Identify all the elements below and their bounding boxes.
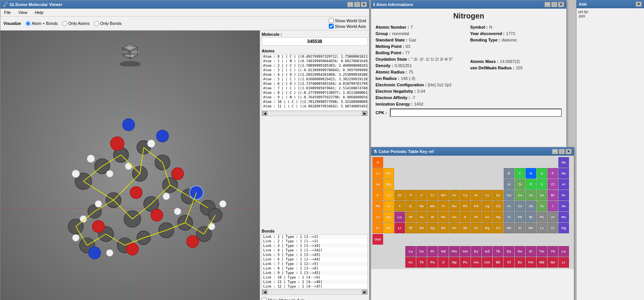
- element-Ne[interactable]: Ne: [558, 168, 569, 179]
- element-Os[interactable]: Os: [449, 212, 460, 222]
- element-Si[interactable]: Si: [515, 179, 525, 190]
- element-Ti[interactable]: Ti: [405, 190, 416, 201]
- element-Hg[interactable]: Hg: [493, 212, 503, 222]
- element-Xe[interactable]: Xe: [558, 201, 569, 211]
- atom-list-item[interactable]: Atom : 7 | ( C ) [(1.01909995079041; 2.5…: [262, 86, 367, 90]
- periodic-close[interactable]: ✕: [566, 149, 572, 154]
- element-Co[interactable]: Co: [460, 190, 471, 201]
- element-Sn[interactable]: Sn: [515, 201, 525, 211]
- element-Pr[interactable]: Pr: [427, 246, 438, 257]
- element-Fe[interactable]: Fe: [449, 190, 460, 201]
- element-As[interactable]: As: [526, 190, 536, 201]
- element-Sr[interactable]: Sr: [383, 201, 394, 211]
- element-Pd[interactable]: Pd: [471, 201, 481, 211]
- element-Pt[interactable]: Pt: [471, 212, 481, 222]
- element-Sm[interactable]: Sm: [460, 246, 471, 257]
- element-Bi[interactable]: Bi: [526, 212, 536, 222]
- element-Fm[interactable]: Fm: [526, 257, 536, 268]
- bonds-hscroll[interactable]: ◀ ▶: [262, 289, 368, 295]
- atoms-hscroll[interactable]: ◀ ▶: [262, 111, 368, 116]
- element-Cl[interactable]: Cl: [547, 179, 558, 190]
- element-Po[interactable]: Po: [537, 212, 547, 222]
- atom-close[interactable]: ✕: [558, 2, 564, 7]
- periodic-minimize[interactable]: _: [552, 149, 558, 154]
- atom-minimize[interactable]: _: [544, 2, 550, 7]
- atom-list-item[interactable]: Atom : 11 | ( C ) [(4.09289979934692; 5.…: [262, 104, 367, 109]
- cube-widget[interactable]: FRONT TOP LEFT RIGHT: [115, 36, 145, 66]
- element-Rf[interactable]: Rf: [405, 223, 416, 233]
- element-Lr[interactable]: Lr: [394, 223, 405, 233]
- element-N[interactable]: N: [526, 168, 536, 179]
- element-C[interactable]: C: [515, 168, 525, 179]
- element-Y[interactable]: Y: [394, 201, 405, 211]
- bond-list-item[interactable]: Link : 11 | Type : 1 [4-->46]: [262, 280, 367, 284]
- element-Lr2[interactable]: Lr: [558, 257, 569, 268]
- bond-list-item[interactable]: Link : 5 | Type : 1 [2-->43]: [262, 253, 367, 257]
- bond-list-item[interactable]: Link : 2 | Type : 1 [1-->3]: [262, 239, 367, 243]
- element-Zr[interactable]: Zr: [405, 201, 416, 211]
- scroll-left-btn[interactable]: ◀: [262, 111, 267, 116]
- element-Mo[interactable]: Mo: [427, 201, 438, 211]
- element-Pm[interactable]: Pm: [449, 246, 460, 257]
- element-U[interactable]: U: [438, 257, 449, 268]
- element-Nd[interactable]: Nd: [438, 246, 449, 257]
- element-F[interactable]: F: [547, 168, 558, 179]
- element-Ta[interactable]: Ta: [416, 212, 427, 222]
- element-Es[interactable]: Es: [515, 257, 525, 268]
- menu-view[interactable]: View: [16, 9, 30, 15]
- element-Na[interactable]: Na: [373, 179, 383, 190]
- element-Ag[interactable]: Ag: [482, 201, 492, 211]
- menu-help[interactable]: Help: [32, 9, 46, 15]
- element-Ar[interactable]: Ar: [558, 179, 569, 190]
- element-He[interactable]: He: [558, 157, 569, 168]
- bond-list-item[interactable]: Link : 4 | Type : 1 [1-->342]: [262, 248, 367, 253]
- element-Sc[interactable]: Sc: [394, 190, 405, 201]
- bond-list-item[interactable]: Link : 3 | Type : 1 [1-->34]: [262, 243, 367, 248]
- radio-only-bonds[interactable]: Only Bonds: [94, 21, 122, 26]
- aide-controls[interactable]: ✕: [636, 2, 642, 7]
- show-molecule-axis-checkbox[interactable]: Show Molecule Axis: [262, 298, 305, 300]
- element-Mc[interactable]: Mc: [526, 223, 536, 233]
- element-In[interactable]: In: [504, 201, 514, 211]
- element-W[interactable]: W: [427, 212, 438, 222]
- element-Ho[interactable]: Ho: [515, 246, 525, 257]
- element-La[interactable]: La: [405, 246, 416, 257]
- element-Am[interactable]: Am: [471, 257, 481, 268]
- element-Cu[interactable]: Cu: [482, 190, 492, 201]
- element-Cs[interactable]: Cs: [373, 212, 383, 222]
- element-Be[interactable]: Be: [383, 168, 394, 179]
- element-Ni[interactable]: Ni: [471, 190, 481, 201]
- atom-list-item[interactable]: Atom : 3 | ( C ) [(-0.013899999700843; 0…: [262, 68, 367, 72]
- element-No[interactable]: No: [547, 257, 558, 268]
- radio-only-atoms[interactable]: Only Atoms: [62, 21, 89, 26]
- atom-list-item[interactable]: Atom : 10 | ( C ) [(2.70129990577698; 5.…: [262, 99, 367, 104]
- close-button[interactable]: ✕: [361, 2, 367, 7]
- element-Re[interactable]: Re: [438, 212, 449, 222]
- show-world-axis-checkbox[interactable]: Show World Axis: [329, 24, 366, 29]
- element-Pu[interactable]: Pu: [460, 257, 471, 268]
- element-Cf[interactable]: Cf: [504, 257, 514, 268]
- atom-list-item[interactable]: Atom : 6 | ( O ) [(2.73740005493164; 4.0…: [262, 81, 367, 86]
- element-Ts[interactable]: Ts: [547, 223, 558, 233]
- menu-file[interactable]: File: [2, 9, 13, 15]
- element-Tl[interactable]: Tl: [504, 212, 514, 222]
- atom-list-item[interactable]: Atom : 2 | ( C ) [(1.78899999185303; 2.4…: [262, 63, 367, 68]
- element-Lu[interactable]: Lu: [394, 212, 405, 222]
- element-Pa[interactable]: Pa: [427, 257, 438, 268]
- element-Se[interactable]: Se: [537, 190, 547, 201]
- glscene-window-controls[interactable]: _ □ ✕: [347, 2, 367, 7]
- bonds-list[interactable]: Link : 1 | Type : 1 [1-->2]Link : 2 | Ty…: [262, 234, 368, 289]
- element-Np[interactable]: Np: [449, 257, 460, 268]
- element-Pb[interactable]: Pb: [515, 212, 525, 222]
- element-Ga[interactable]: Ga: [504, 190, 514, 201]
- viewport[interactable]: FRONT TOP LEFT RIGHT: [0, 31, 260, 300]
- element-Gd[interactable]: Gd: [482, 246, 492, 257]
- element-Md[interactable]: Md: [537, 257, 547, 268]
- element-Ge[interactable]: Ge: [515, 190, 525, 201]
- element-Au[interactable]: Au: [482, 212, 492, 222]
- element-Te[interactable]: Te: [537, 201, 547, 211]
- element-Ce[interactable]: Ce: [416, 246, 427, 257]
- element-Db[interactable]: Db: [416, 223, 427, 233]
- element-Fr[interactable]: Fr: [373, 223, 383, 233]
- show-world-grid-checkbox[interactable]: Show World Grid: [329, 18, 366, 23]
